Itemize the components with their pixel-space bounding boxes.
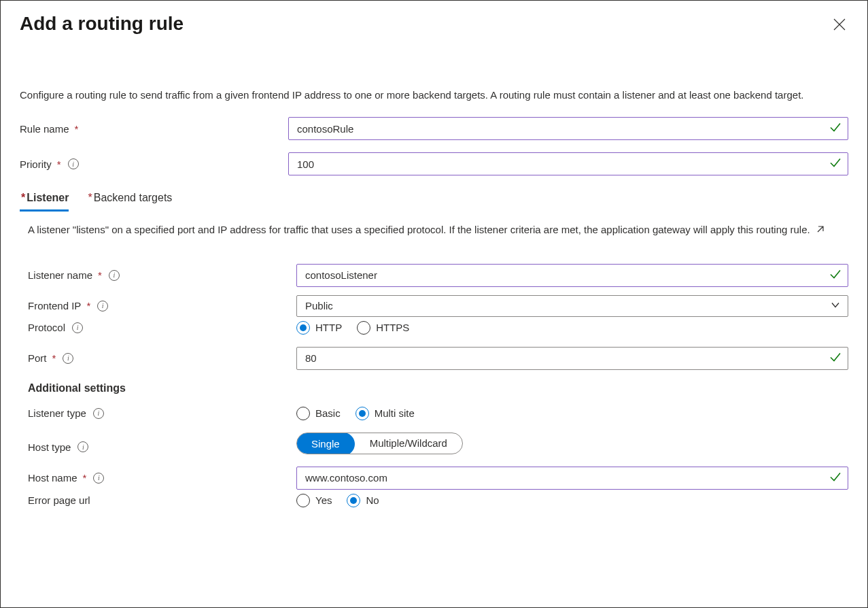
host-type-single[interactable]: Single (296, 433, 355, 454)
listener-name-label: Listener name* i (28, 269, 296, 281)
check-icon (829, 351, 841, 365)
info-icon[interactable]: i (72, 322, 83, 333)
frontend-ip-select[interactable]: Public (296, 295, 848, 317)
close-button[interactable] (831, 16, 848, 33)
port-label: Port* i (28, 352, 296, 364)
host-type-toggle: Single Multiple/Wildcard (296, 433, 463, 454)
protocol-radio-group: HTTP HTTPS (296, 321, 848, 335)
tab-backend-targets[interactable]: *Backend targets (86, 188, 172, 212)
listener-type-multi-radio[interactable]: Multi site (355, 407, 415, 420)
info-icon[interactable]: i (63, 353, 73, 364)
error-page-url-label: Error page url (28, 494, 296, 506)
check-icon (829, 157, 841, 171)
tab-listener[interactable]: *Listener (20, 188, 69, 212)
tabs: *Listener *Backend targets (20, 188, 848, 212)
check-icon (829, 268, 841, 282)
error-page-yes-radio[interactable]: Yes (296, 494, 332, 507)
info-icon[interactable]: i (109, 270, 120, 281)
listener-name-input[interactable] (296, 264, 848, 287)
panel-title: Add a routing rule (20, 13, 184, 35)
priority-input[interactable] (288, 152, 848, 175)
frontend-ip-label: Frontend IP* i (28, 300, 296, 311)
error-page-radio-group: Yes No (296, 494, 848, 507)
rule-name-input[interactable] (288, 117, 848, 140)
panel-description: Configure a routing rule to send traffic… (20, 88, 822, 102)
info-icon[interactable]: i (77, 441, 88, 452)
host-type-multiple[interactable]: Multiple/Wildcard (355, 433, 462, 454)
host-name-input[interactable] (296, 467, 848, 490)
external-link-icon[interactable] (816, 223, 825, 238)
protocol-label: Protocol i (28, 322, 296, 333)
info-icon[interactable]: i (93, 473, 104, 484)
listener-type-label: Listener type i (28, 407, 296, 419)
listener-type-basic-radio[interactable]: Basic (296, 407, 341, 420)
check-icon (829, 471, 841, 485)
error-page-no-radio[interactable]: No (347, 494, 379, 507)
info-icon[interactable]: i (68, 158, 79, 169)
rule-name-label: Rule name* (20, 123, 288, 135)
info-icon[interactable]: i (93, 408, 104, 419)
additional-settings-heading: Additional settings (28, 382, 848, 394)
priority-label: Priority* i (20, 158, 288, 170)
protocol-http-radio[interactable]: HTTP (296, 321, 342, 335)
info-icon[interactable]: i (97, 301, 108, 311)
close-icon (833, 18, 846, 31)
listener-type-radio-group: Basic Multi site (296, 407, 848, 420)
protocol-https-radio[interactable]: HTTPS (357, 321, 409, 335)
port-input[interactable] (296, 347, 848, 370)
add-routing-rule-panel: Add a routing rule Configure a routing r… (0, 0, 868, 608)
host-type-label: Host type i (28, 441, 296, 454)
check-icon (829, 122, 841, 136)
listener-tab-description: A listener "listens" on a specified port… (20, 222, 835, 238)
host-name-label: Host name* i (28, 472, 296, 484)
